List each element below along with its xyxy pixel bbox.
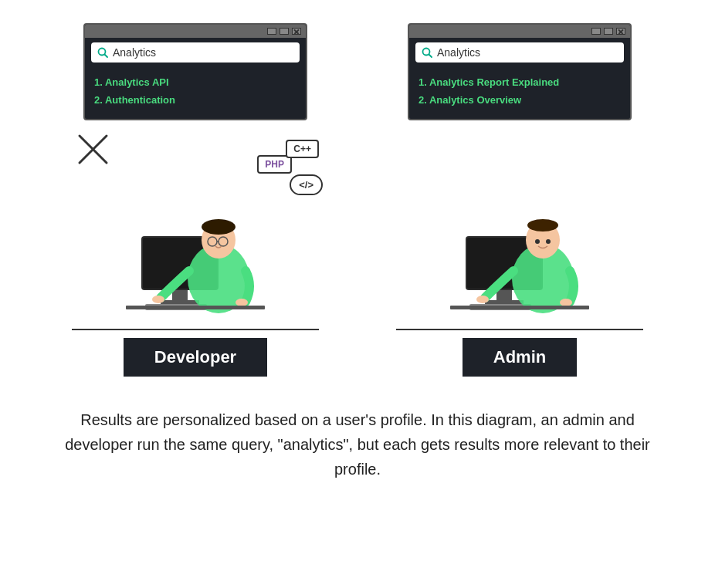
svg-point-16 <box>236 299 248 306</box>
svg-rect-22 <box>496 290 512 302</box>
svg-point-29 <box>546 239 551 244</box>
svg-point-31 <box>560 299 572 306</box>
svg-rect-6 <box>172 290 188 302</box>
search-icon-admin <box>422 47 432 58</box>
developer-search-bar[interactable]: Analytics <box>91 42 300 63</box>
gear-decoration <box>72 128 118 174</box>
svg-point-15 <box>152 296 164 303</box>
maximize-btn-dev[interactable] <box>280 28 289 35</box>
developer-label: Developer <box>124 338 267 377</box>
cpp-badge: C++ <box>286 140 319 158</box>
search-icon <box>97 47 108 58</box>
developer-titlebar <box>85 25 306 38</box>
developer-result-1: 1. Analytics API <box>94 73 297 91</box>
svg-rect-23 <box>485 300 524 304</box>
maximize-btn-admin[interactable] <box>604 28 613 35</box>
svg-rect-17 <box>126 306 265 309</box>
svg-line-19 <box>429 55 432 58</box>
code-badge: </> <box>290 174 323 195</box>
admin-ground-line <box>396 329 643 330</box>
developer-results: 1. Analytics API 2. Authentication <box>85 67 306 119</box>
admin-label: Admin <box>463 338 577 377</box>
admin-person <box>442 136 597 329</box>
panels-row: Analytics 1. Analytics API 2. Authentica… <box>31 23 684 377</box>
close-btn-admin[interactable] <box>616 28 625 35</box>
admin-results: 1. Analytics Report Explained 2. Analyti… <box>409 67 630 119</box>
svg-point-27 <box>527 219 558 231</box>
description-text: Results are personalized based on a user… <box>49 407 666 482</box>
svg-point-30 <box>476 296 489 303</box>
svg-line-1 <box>105 55 108 58</box>
minimize-btn-dev[interactable] <box>267 28 276 35</box>
developer-person <box>118 136 273 329</box>
admin-search-bar[interactable]: Analytics <box>415 42 624 63</box>
developer-ground-line <box>72 329 319 330</box>
admin-titlebar <box>409 25 630 38</box>
admin-result-1: 1. Analytics Report Explained <box>418 73 621 91</box>
svg-point-28 <box>535 239 540 244</box>
developer-search-text: Analytics <box>113 46 156 59</box>
admin-search-text: Analytics <box>437 46 480 59</box>
svg-rect-7 <box>161 300 199 304</box>
admin-result-2: 2. Analytics Overview <box>418 91 621 109</box>
developer-result-2: 2. Authentication <box>94 91 297 109</box>
minimize-btn-admin[interactable] <box>591 28 601 35</box>
close-btn-dev[interactable] <box>292 28 301 35</box>
developer-panel: Analytics 1. Analytics API 2. Authentica… <box>56 23 334 377</box>
main-container: Analytics 1. Analytics API 2. Authentica… <box>0 0 715 497</box>
svg-point-11 <box>202 219 236 235</box>
svg-rect-32 <box>450 306 589 309</box>
admin-panel: Analytics 1. Analytics Report Explained … <box>381 23 659 377</box>
